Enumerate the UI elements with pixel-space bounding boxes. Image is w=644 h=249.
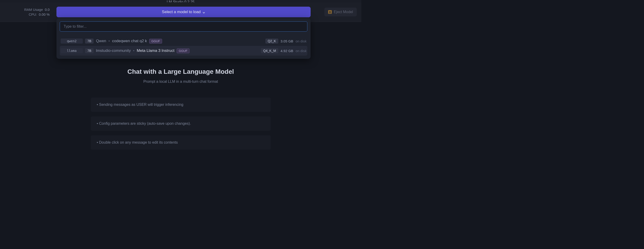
- disk-size: 3.05 GB: [280, 39, 293, 43]
- page-title: Chat with a Large Language Model: [127, 68, 234, 76]
- disk-size: 4.92 GB: [280, 49, 293, 53]
- window-title: LM Studio 0.2.25: [167, 0, 194, 2]
- format-badge: GGUF: [149, 39, 162, 44]
- on-disk-label: on disk: [296, 49, 307, 53]
- tip-card: • Sending messages as USER will trigger …: [91, 98, 271, 112]
- model-selector-container: Select a model to load qwen2 7B Qwen • c…: [56, 7, 310, 17]
- quant-badge: Q4_K_M: [261, 48, 278, 53]
- model-dropdown: qwen2 7B Qwen • codeqwen chat q2 k GGUF …: [56, 18, 310, 59]
- model-filter-input[interactable]: [60, 22, 307, 32]
- tip-text: • Sending messages as USER will trigger …: [97, 102, 184, 106]
- separator-dot: •: [133, 49, 134, 53]
- on-disk-label: on disk: [296, 39, 307, 43]
- model-row[interactable]: llama 7B lmstudio-community • Meta Llama…: [60, 46, 307, 56]
- page-subtitle: Prompt a local LLM in a multi-turn chat …: [144, 80, 218, 84]
- tip-text: • Config parameters are sticky (auto-sav…: [97, 122, 191, 126]
- chevron-down-icon: [202, 10, 205, 13]
- cpu-label: CPU:: [28, 12, 37, 16]
- resource-stats: RAM Usage 0.0 CPU: 0.00 %: [20, 8, 50, 16]
- separator-dot: •: [108, 39, 110, 43]
- tip-card: • Double click on any message to edit it…: [91, 135, 271, 150]
- tip-card: • Config parameters are sticky (auto-sav…: [91, 116, 271, 131]
- title-bar: LM Studio 0.2.25: [0, 0, 361, 2]
- arch-badge: llama: [61, 48, 83, 53]
- ram-label: RAM Usage: [24, 8, 43, 12]
- model-name: Meta Llama 3 Instruct: [137, 48, 174, 53]
- eject-model-button[interactable]: Eject Model: [324, 8, 357, 16]
- top-toolbar: RAM Usage 0.0 CPU: 0.00 % Select a model…: [0, 2, 361, 22]
- params-badge: 7B: [85, 48, 94, 53]
- arch-badge: qwen2: [61, 38, 83, 44]
- eject-icon: [328, 10, 332, 14]
- cpu-value: 0.00 %: [39, 12, 50, 16]
- model-list: qwen2 7B Qwen • codeqwen chat q2 k GGUF …: [60, 36, 307, 56]
- model-author: Qwen: [96, 39, 106, 43]
- model-row[interactable]: qwen2 7B Qwen • codeqwen chat q2 k GGUF …: [60, 36, 307, 46]
- format-badge: GGUF: [176, 48, 190, 53]
- eject-label: Eject Model: [334, 10, 353, 14]
- model-select-label: Select a model to load: [162, 10, 200, 14]
- model-author: lmstudio-community: [96, 48, 131, 53]
- model-name: codeqwen chat q2 k: [112, 39, 147, 43]
- params-badge: 7B: [85, 38, 94, 44]
- ram-value: 0.0: [45, 8, 50, 12]
- tip-text: • Double click on any message to edit it…: [97, 140, 178, 144]
- model-select-button[interactable]: Select a model to load: [56, 7, 310, 17]
- quant-badge: Q2_K: [266, 38, 278, 44]
